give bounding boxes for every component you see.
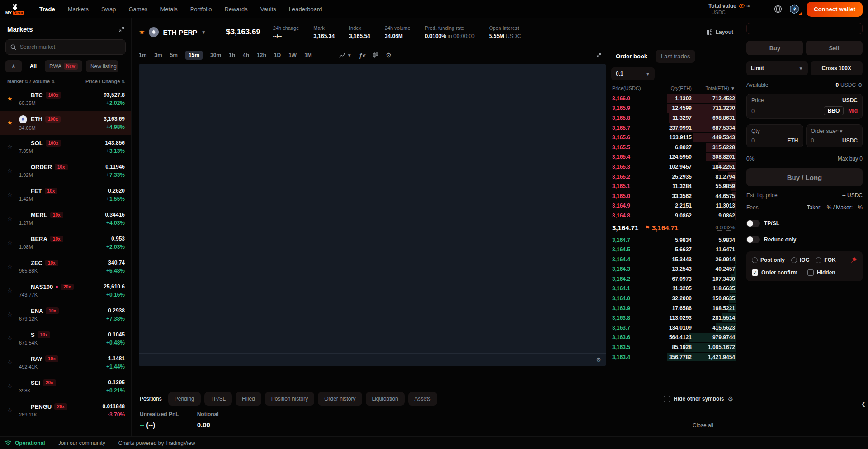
bid-row[interactable]: 3,163.7134.0109415.5623 (611, 323, 736, 333)
buy-tab[interactable]: Buy (746, 41, 803, 55)
chart-settings-gear-icon[interactable]: ⚙ (386, 52, 392, 59)
bid-row[interactable]: 3,164.55.663711.6471 (611, 245, 736, 255)
favorite-star-icon[interactable]: ☆ (7, 191, 19, 198)
favorite-star-icon[interactable]: ☆ (7, 383, 19, 390)
ask-row[interactable]: 3,165.811.3297698.8631 (611, 113, 736, 123)
order-size-field[interactable]: Order size≈▼ USDC (806, 124, 863, 147)
bid-row[interactable]: 3,164.032.2000150.8635 (611, 293, 736, 303)
ask-row[interactable]: 3,165.56.8027315.6228 (611, 142, 736, 152)
tradingview-credit[interactable]: Charts powered by TradingView (118, 440, 195, 446)
sell-tab[interactable]: Sell (806, 41, 863, 55)
market-row[interactable]: ☆PENGU20x269.11K0.011848-3.70% (0, 398, 131, 422)
chart-plot-area[interactable] (139, 64, 606, 353)
chart-time-axis[interactable]: ⚙ (139, 353, 606, 366)
filter-tab-new-listing[interactable]: New listing (86, 60, 118, 72)
tab-order-history[interactable]: Order history (318, 392, 362, 406)
toggle-switch[interactable] (746, 236, 760, 243)
ask-row[interactable]: 3,165.912.4599711.3230 (611, 104, 736, 113)
bid-row[interactable]: 3,164.415.344326.9914 (611, 255, 736, 265)
nav-item-markets[interactable]: Markets (68, 6, 89, 13)
spread-value[interactable]: 0.0032% (716, 225, 735, 231)
market-row[interactable]: ☆S10x671.54K0.1045+0.48% (0, 326, 131, 350)
bid-row[interactable]: 3,164.267.0973107.3430 (611, 274, 736, 284)
collapse-panel-icon[interactable] (118, 26, 125, 33)
indicators-fx-icon[interactable]: ƒx (359, 52, 365, 59)
favorite-star-icon[interactable]: ☆ (7, 143, 19, 150)
favorite-star-icon[interactable]: ★ (7, 119, 19, 126)
favorites-filter-star-icon[interactable]: ★ (5, 60, 22, 72)
market-row[interactable]: ☆FET10x1.42M0.2620+1.55% (0, 183, 131, 207)
market-row[interactable]: ☆MERL10x1.27M0.34416+4.03% (0, 207, 131, 231)
radio-post-only[interactable]: Post only (752, 257, 785, 263)
market-row[interactable]: ☆SOL100x7.85M143.856+3.13% (0, 135, 131, 159)
ask-row[interactable]: 3,165.4124.5950308.8201 (611, 152, 736, 162)
tab-liquidation[interactable]: Liquidation (366, 392, 405, 406)
tab-pending[interactable]: Pending (168, 392, 201, 406)
timeframe-5m[interactable]: 5m (170, 52, 178, 58)
ask-row[interactable]: 3,165.033.356244.6575 (611, 191, 736, 201)
radio-fok[interactable]: FOK (816, 257, 835, 263)
margin-mode-button[interactable]: Cross 100X (811, 61, 863, 75)
order-size-input[interactable] (811, 137, 838, 144)
tab-last-trades[interactable]: Last trades (656, 50, 695, 63)
bid-row[interactable]: 3,163.6564.4121979.9744 (611, 333, 736, 343)
radio-ioc[interactable]: IOC (791, 257, 809, 263)
market-row[interactable]: ☆ZEC10x965.88K340.74+6.48% (0, 255, 131, 279)
layout-button[interactable]: Layout (707, 29, 733, 35)
ask-row[interactable]: 3,166.01.1302712.4532 (611, 94, 736, 104)
timeframe-30m[interactable]: 30m (210, 52, 221, 58)
eye-icon[interactable] (739, 4, 745, 8)
deposit-plus-icon[interactable]: ⊕ (858, 81, 863, 88)
chevron-down-icon[interactable]: ▼ (731, 86, 735, 91)
order-confirm-checkbox[interactable]: ✓ Order confirm (752, 269, 797, 276)
nav-item-rewards[interactable]: Rewards (224, 6, 247, 13)
chevron-down-icon[interactable]: ▼ (839, 129, 843, 134)
close-all-button[interactable]: Close all (693, 422, 733, 429)
market-row[interactable]: ★BTC100x60.35M93,527.8+2.02% (0, 87, 131, 111)
tick-size-select[interactable]: 0.1▼ (611, 67, 655, 80)
timeframe-4h[interactable]: 4h (243, 52, 249, 58)
pin-icon[interactable] (850, 257, 857, 264)
timeframe-1m[interactable]: 1m (139, 52, 146, 58)
sort-icon[interactable]: ⇅ (51, 80, 55, 84)
candles-style-icon[interactable] (373, 52, 378, 58)
qty-input[interactable] (751, 137, 778, 144)
hidden-checkbox[interactable]: Hidden (807, 269, 835, 276)
nav-item-games[interactable]: Games (128, 6, 147, 13)
positions-settings-gear-icon[interactable]: ⚙ (727, 395, 733, 402)
favorite-star-icon[interactable]: ☆ (7, 167, 19, 174)
timeframe-12h[interactable]: 12h (257, 52, 266, 58)
system-status[interactable]: Operational (5, 440, 45, 446)
tpsl-toggle[interactable]: TP/SL (746, 220, 863, 227)
more-menu-icon[interactable]: ··· (757, 5, 767, 13)
reduce-only-toggle[interactable]: Reduce only (746, 236, 863, 243)
timeframe-1W[interactable]: 1W (288, 52, 297, 58)
market-row[interactable]: ☆NAS10020x743.77K25,610.6+0.16% (0, 279, 131, 302)
favorite-star-icon[interactable]: ☆ (7, 287, 19, 294)
ask-row[interactable]: 3,164.92.215111.3013 (611, 201, 736, 211)
sort-icon[interactable]: ⇅ (121, 80, 125, 84)
market-row[interactable]: ☆SEI20x398K0.1395+0.21% (0, 374, 131, 398)
price-field[interactable]: PriceUSDC BBO Mid (746, 94, 863, 119)
timeframe-1M[interactable]: 1M (304, 52, 312, 58)
bid-row[interactable]: 3,163.4356.77821,421.9454 (611, 352, 736, 362)
bid-row[interactable]: 3,163.917.6586168.5221 (611, 303, 736, 313)
bid-row[interactable]: 3,164.313.254340.2457 (611, 265, 736, 274)
ask-row[interactable]: 3,165.3102.9457184.2251 (611, 162, 736, 172)
ask-row[interactable]: 3,165.225.293581.2794 (611, 172, 736, 182)
tab-assets[interactable]: Assets (408, 392, 437, 406)
chevron-down-icon[interactable]: ▼ (201, 30, 206, 35)
market-row[interactable]: ☆BERA10x1.08M0.953+2.03% (0, 231, 131, 255)
qty-field[interactable]: Qty ETH (746, 124, 803, 147)
axis-settings-gear-icon[interactable]: ⚙ (596, 356, 601, 363)
ask-row[interactable]: 3,164.89.08629.0862 (611, 211, 736, 221)
nav-item-swap[interactable]: Swap (101, 6, 116, 13)
language-globe-icon[interactable] (774, 5, 782, 13)
price-input[interactable] (751, 108, 778, 114)
search-market-input[interactable] (20, 44, 121, 50)
favorite-star-icon[interactable]: ☆ (7, 407, 19, 414)
favorite-star-icon[interactable]: ☆ (7, 311, 19, 318)
ask-row[interactable]: 3,165.7237.9991687.5334 (611, 123, 736, 133)
bid-row[interactable]: 3,163.585.19281,065.1672 (611, 342, 736, 352)
favorite-star-icon[interactable]: ☆ (7, 263, 19, 270)
